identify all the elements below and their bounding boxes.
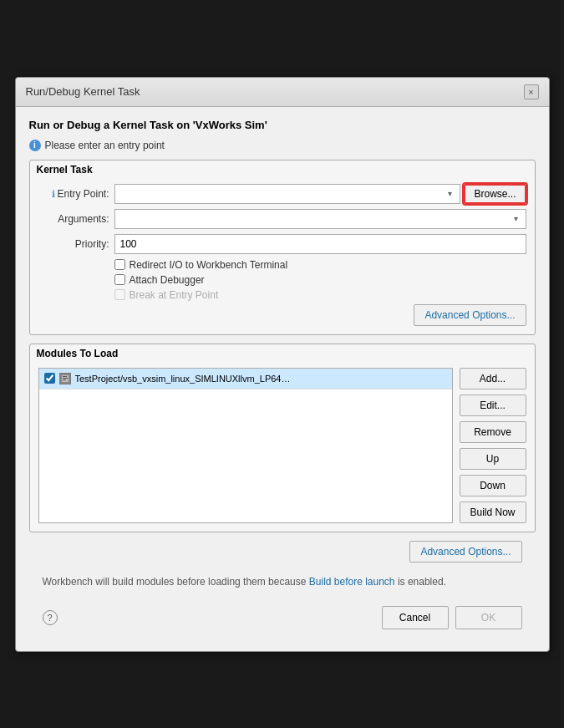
svg-rect-3 [63,379,66,380]
break-at-entry-row: Break at Entry Point [114,289,526,301]
dialog-body: Run or Debug a Kernel Task on 'VxWorks S… [16,107,549,651]
modules-section-title: Modules To Load [30,344,535,361]
footer-action-buttons: Cancel OK [382,606,522,629]
kernel-advanced-options-button[interactable]: Advanced Options... [414,304,526,326]
dialog-title: Run/Debug Kernel Task [26,85,140,98]
help-button[interactable]: ? [43,610,58,625]
entry-point-info-icon: ℹ [52,189,55,199]
modules-advanced-row: Advanced Options... [29,541,536,563]
footer-build-text: Workbench will build modules before load… [43,576,309,588]
arguments-row: Arguments: ▾ [38,209,526,229]
edit-button[interactable]: Edit... [460,395,526,416]
run-debug-dialog: Run/Debug Kernel Task × Run or Debug a K… [15,77,550,652]
close-button[interactable]: × [524,84,539,99]
priority-input-wrap [114,234,526,254]
info-icon: i [29,140,41,151]
footer-buttons: ? Cancel OK [29,599,536,639]
add-button[interactable]: Add... [460,368,526,389]
list-item[interactable]: TestProject/vsb_vxsim_linux_SIMLINUXllvm… [39,369,452,389]
arguments-combo[interactable]: ▾ [114,209,526,229]
build-now-button[interactable]: Build Now [460,501,526,523]
redirect-io-label: Redirect I/O to Workbench Terminal [130,259,288,271]
entry-point-row: ℹEntry Point: ▾ Browse... [38,184,526,204]
up-button[interactable]: Up [460,448,526,470]
attach-debugger-row: Attach Debugger [114,274,526,286]
down-button[interactable]: Down [460,475,526,496]
svg-rect-2 [63,378,68,379]
entry-point-label-text: ℹEntry Point: [52,188,109,200]
kernel-task-section-title: Kernel Task [30,160,535,177]
module-text: TestProject/vsb_vxsim_linux_SIMLINUXllvm… [75,374,292,384]
arguments-input-wrap: ▾ [114,209,526,229]
dialog-info-message: Please enter an entry point [45,140,165,151]
attach-debugger-label: Attach Debugger [130,274,205,286]
footer-info: Workbench will build modules before load… [29,571,536,591]
ok-button[interactable]: OK [455,606,522,629]
arguments-arrow-icon: ▾ [511,214,521,223]
entry-point-combo[interactable]: ▾ [114,184,461,204]
modules-advanced-options-button[interactable]: Advanced Options... [409,541,521,563]
close-icon: × [528,87,533,97]
attach-debugger-checkbox[interactable] [114,274,125,285]
module-icon [59,373,71,384]
redirect-io-checkbox[interactable] [114,259,125,270]
arguments-label: Arguments: [38,213,109,225]
kernel-advanced-row: Advanced Options... [38,304,526,326]
kernel-task-section: Kernel Task ℹEntry Point: ▾ Browse. [29,160,536,335]
break-at-entry-label: Break at Entry Point [130,289,219,301]
title-bar: Run/Debug Kernel Task × [16,78,549,107]
modules-content: TestProject/vsb_vxsim_linux_SIMLINUXllvm… [30,361,535,532]
module-checkbox[interactable] [44,373,55,384]
priority-row: Priority: [38,234,526,254]
priority-input[interactable] [114,234,526,254]
entry-point-label: ℹEntry Point: [38,188,109,200]
redirect-io-row: Redirect I/O to Workbench Terminal [114,259,526,271]
break-at-entry-checkbox [114,289,125,300]
entry-point-arrow-icon: ▾ [445,189,455,198]
dialog-header-title: Run or Debug a Kernel Task on 'VxWorks S… [29,119,536,131]
footer-build-suffix: is enabled. [395,576,446,588]
remove-button[interactable]: Remove [460,421,526,443]
cancel-button[interactable]: Cancel [382,606,449,629]
modules-buttons: Add... Edit... Remove Up Down Build Now [460,368,526,523]
kernel-task-section-content: ℹEntry Point: ▾ Browse... Arguments: [30,177,535,334]
modules-list: TestProject/vsb_vxsim_linux_SIMLINUXllvm… [38,368,453,523]
entry-point-input-wrap: ▾ Browse... [114,184,526,204]
browse-button[interactable]: Browse... [464,184,526,204]
dialog-info-row: i Please enter an entry point [29,140,536,151]
svg-rect-4 [63,376,67,377]
priority-label: Priority: [38,238,109,250]
build-before-launch-link[interactable]: Build before launch [309,576,395,588]
modules-to-load-section: Modules To Load [29,344,536,532]
